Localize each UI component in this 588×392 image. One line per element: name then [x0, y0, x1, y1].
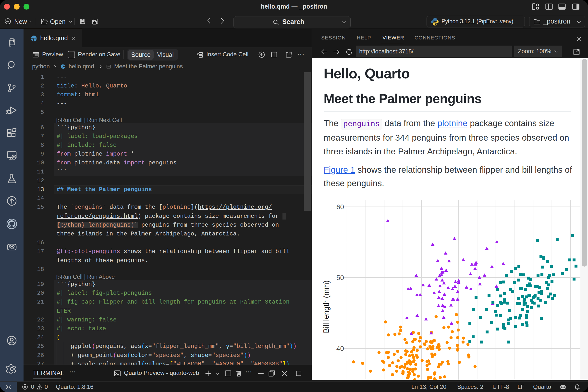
svg-text:40: 40: [336, 345, 344, 352]
svg-text:Bill length (mm): Bill length (mm): [322, 280, 330, 333]
svg-text:60: 60: [336, 203, 344, 211]
svg-text:50: 50: [336, 274, 344, 282]
